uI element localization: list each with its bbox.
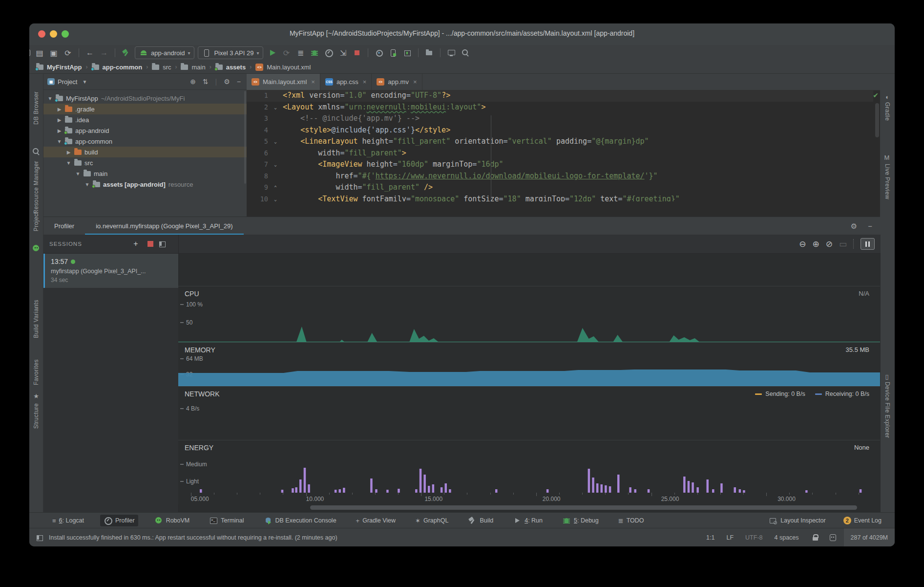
breadcrumb-item[interactable]: src	[152, 64, 171, 71]
locate-icon[interactable]: ⊕	[188, 78, 198, 86]
timeline-scrollbar[interactable]	[310, 505, 857, 510]
gear-icon[interactable]: ⚙	[851, 222, 857, 231]
tool-build-variants[interactable]: Build Variants	[33, 300, 40, 338]
chart-plot[interactable]	[178, 286, 880, 343]
collapsed-arrow-icon[interactable]: ▶	[66, 150, 71, 155]
tool-resource-manager[interactable]: Resource Manager	[33, 161, 40, 214]
save-all-icon[interactable]: ▣	[48, 47, 59, 59]
breadcrumb-item[interactable]: main	[181, 64, 205, 71]
apply-changes-icon[interactable]: ≣	[295, 47, 306, 59]
tool-button-robovm[interactable]: RoboVM	[151, 515, 193, 526]
fold-marker-icon[interactable]: ⌄	[268, 159, 283, 171]
breadcrumb-item[interactable]: app-common	[92, 64, 143, 71]
breadcrumb-item[interactable]: <>Main.layout.xml	[255, 64, 311, 71]
expanded-arrow-icon[interactable]: ▼	[75, 171, 81, 176]
project-structure-icon[interactable]	[424, 47, 435, 59]
debug-icon[interactable]	[309, 47, 320, 59]
device-select[interactable]: Pixel 3 API 29▾	[198, 46, 263, 59]
inspections-ok-icon[interactable]: ✔	[873, 91, 879, 99]
search-icon[interactable]	[460, 47, 471, 59]
favorites-star-icon[interactable]: ★	[32, 392, 41, 401]
project-view-selector[interactable]: Project	[58, 78, 77, 86]
tool-button-debug[interactable]: 5: Debug	[559, 515, 602, 526]
tool-button-profiler[interactable]: Profiler	[100, 515, 138, 526]
tree-item[interactable]: ▼MyFirstApp ~/AndroidStudioProjects/MyFi	[43, 93, 247, 104]
chart-plot[interactable]	[178, 343, 880, 387]
sdk-manager-icon[interactable]	[402, 47, 413, 59]
breadcrumb-item[interactable]: MyFirstApp	[36, 64, 82, 71]
rerun-icon[interactable]: ⟳	[281, 47, 292, 59]
layout-editor-icon[interactable]	[446, 47, 457, 59]
pause-live-button[interactable]	[861, 238, 875, 250]
collapse-all-icon[interactable]: ⇅	[201, 78, 210, 86]
tree-item[interactable]: ▶build	[43, 147, 247, 157]
editor-tab[interactable]: <>Main.layout.xml×	[247, 74, 320, 90]
device-file-explorer-icon[interactable]: ▯	[882, 373, 891, 382]
add-session-button[interactable]: +	[128, 239, 143, 248]
live-preview-icon[interactable]: M	[882, 154, 891, 163]
capture-icon[interactable]	[374, 47, 384, 59]
back-icon[interactable]: ←	[84, 47, 95, 59]
zoom-out-icon[interactable]: ⊖	[799, 239, 806, 249]
expanded-arrow-icon[interactable]: ▼	[66, 160, 71, 166]
lock-icon[interactable]	[811, 533, 819, 542]
expanded-arrow-icon[interactable]: ▼	[57, 139, 62, 144]
attach-debugger-icon[interactable]: ⇲	[337, 47, 348, 59]
tree-item[interactable]: ▶.idea	[43, 114, 247, 125]
toggle-toolwindows-icon[interactable]	[35, 533, 44, 542]
user-avatar-icon[interactable]	[29, 48, 31, 57]
tool-button-layout-inspector[interactable]: Layout Inspector	[765, 515, 829, 526]
search-tool-icon[interactable]	[32, 147, 41, 156]
profile-icon[interactable]	[323, 47, 334, 59]
tool-button-todo[interactable]: ≣TODO	[615, 516, 648, 526]
session-card[interactable]: 13:57 myfirstapp (Google Pixel_3_API_...…	[43, 254, 178, 288]
reset-zoom-icon[interactable]: ⊘	[826, 239, 833, 249]
close-tab-icon[interactable]: ×	[413, 78, 417, 86]
memory-indicator[interactable]: 287 of 4029M	[844, 528, 895, 546]
code-editor[interactable]: 1<?xml version="1.0" encoding="UTF-8"?>2…	[247, 90, 873, 201]
zoom-to-selection-icon[interactable]: ▭	[839, 239, 847, 249]
stop-icon[interactable]	[352, 47, 362, 59]
forward-icon[interactable]: →	[99, 47, 109, 59]
open-icon[interactable]: ▤	[34, 47, 45, 59]
expanded-arrow-icon[interactable]: ▼	[84, 182, 90, 187]
gear-icon[interactable]: ⚙	[222, 78, 232, 86]
editor-tab[interactable]: CSSapp.css×	[320, 74, 372, 90]
tree-item[interactable]: ▼app-common	[43, 136, 247, 147]
indent-setting[interactable]: 4 spaces	[775, 534, 799, 541]
tool-button-run[interactable]: 4: Run	[509, 515, 546, 526]
tool-button-gradle-view[interactable]: +Gradle View	[353, 516, 399, 526]
chart-plot[interactable]	[178, 440, 880, 493]
chart-plot[interactable]	[178, 387, 880, 440]
tool-live-preview[interactable]: Live Preview	[884, 164, 891, 199]
close-tab-icon[interactable]: ×	[363, 78, 367, 86]
fold-marker-icon[interactable]: ⌄	[268, 102, 283, 113]
hide-panel-icon[interactable]: −	[235, 78, 243, 86]
sync-icon[interactable]: ⟳	[63, 47, 73, 59]
tool-project[interactable]: Project	[33, 212, 40, 231]
tree-item[interactable]: ▼assets [app-android] resource	[43, 179, 247, 190]
caret-position[interactable]: 1:1	[706, 534, 714, 541]
gradle-icon[interactable]: ◖	[882, 93, 891, 102]
build-hammer-icon[interactable]	[121, 47, 131, 59]
highlighting-level-icon[interactable]	[828, 533, 837, 542]
collapse-sessions-icon[interactable]	[158, 239, 172, 248]
fold-marker-icon[interactable]: ⌄	[268, 194, 283, 202]
project-scrollbar[interactable]	[244, 91, 246, 184]
stop-session-button[interactable]	[147, 241, 153, 247]
tool-button-graphql[interactable]: ✶GraphQL	[412, 516, 452, 526]
tree-item[interactable]: ▶.gradle	[43, 104, 247, 114]
run-icon[interactable]	[267, 47, 277, 59]
breadcrumb-item[interactable]: assets	[215, 64, 246, 71]
collapsed-arrow-icon[interactable]: ▶	[57, 107, 62, 112]
encoding[interactable]: UTF-8	[745, 534, 762, 541]
tool-button-build[interactable]: Build	[464, 515, 497, 526]
tool-button-terminal[interactable]: Terminal	[206, 515, 247, 526]
avd-manager-icon[interactable]	[388, 47, 399, 59]
close-tab-icon[interactable]: ×	[311, 78, 315, 86]
android-profiler-icon[interactable]	[32, 244, 41, 253]
tool-structure[interactable]: Structure	[33, 403, 40, 429]
tool-favorites[interactable]: Favorites	[33, 359, 40, 385]
tool-db-browser[interactable]: DB Browser	[33, 91, 40, 125]
zoom-in-icon[interactable]: ⊕	[812, 239, 819, 249]
